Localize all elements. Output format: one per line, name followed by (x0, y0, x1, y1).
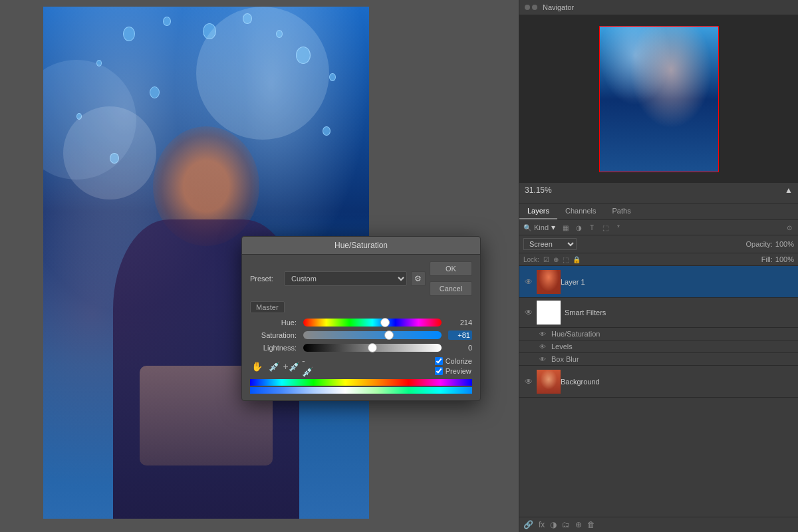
kind-dropdown-arrow: ▾ (551, 223, 555, 232)
colorize-label: Colorize (446, 357, 472, 365)
colorize-checkbox[interactable] (435, 357, 443, 365)
eyedropper-tools: ✋ 💉 +💉 -💉 (250, 360, 315, 373)
link-icon[interactable]: 🔗 (523, 520, 533, 529)
navigator-close-controls (525, 5, 537, 10)
fill-label: Fill: (761, 255, 773, 263)
sublayer-hue-saturation[interactable]: 👁 Hue/Saturation (519, 328, 798, 340)
preset-gear-button[interactable]: ⚙ (411, 271, 426, 286)
master-channel-button[interactable]: Master (250, 301, 285, 313)
layer-row-layer1[interactable]: 👁 Layer 1 (519, 266, 798, 298)
lightness-slider-row: Lightness: 0 (250, 344, 472, 352)
dialog-buttons: OK Cancel (430, 261, 472, 296)
lock-position-icon[interactable]: ⊕ (553, 256, 559, 263)
lock-all-icon[interactable]: 🔒 (573, 256, 581, 263)
filter-adj-icon[interactable]: ◑ (574, 223, 583, 232)
layers-controls: Screen Normal Multiply Overlay Opacity: … (519, 235, 798, 253)
opacity-value[interactable]: 100% (775, 240, 794, 248)
background-visibility-toggle[interactable]: 👁 (523, 377, 534, 386)
smart-filters-visibility[interactable]: 👁 (523, 308, 534, 317)
tab-channels[interactable]: Channels (557, 203, 604, 219)
hue-sat-name: Hue/Saturation (551, 330, 600, 338)
tab-paths[interactable]: Paths (604, 203, 639, 219)
box-blur-visibility[interactable]: 👁 (539, 356, 549, 363)
layers-search-row: 🔍 Kind ▾ ▦ ◑ T ⬚ * ⊙ (519, 220, 798, 235)
minimize-dot[interactable] (532, 5, 537, 10)
delete-layer-icon[interactable]: 🗑 (587, 520, 595, 529)
hue-track (303, 319, 442, 327)
lightness-slider-track[interactable] (303, 344, 442, 352)
eyedropper-minus-icon[interactable]: -💉 (302, 360, 315, 373)
filter-text-icon[interactable]: T (587, 223, 597, 232)
sat-slider-thumb[interactable] (384, 331, 394, 340)
tab-layers[interactable]: Layers (519, 203, 557, 219)
kind-label: Kind (534, 223, 549, 231)
close-dot[interactable] (525, 5, 530, 10)
sublayer-levels[interactable]: 👁 Levels (519, 340, 798, 353)
water-drop (323, 126, 331, 136)
saturation-slider-track[interactable] (303, 331, 442, 339)
lightness-label: Lightness: (250, 344, 297, 352)
blend-mode-select[interactable]: Screen Normal Multiply Overlay (523, 238, 577, 250)
layer-row-background[interactable]: 👁 Background (519, 366, 798, 398)
water-drop (123, 27, 135, 41)
saturation-slider-row: Saturation: +81 (250, 331, 472, 340)
fx-icon[interactable]: fx (539, 520, 545, 529)
layer1-thumb-inner (537, 270, 561, 294)
preset-select[interactable]: Custom Default Cyanotype Sepia (284, 271, 407, 286)
new-layer-icon[interactable]: ⊕ (575, 520, 582, 529)
navigator-title: Navigator (543, 3, 574, 11)
opacity-label: Opacity: (746, 240, 773, 248)
new-group-icon[interactable]: 🗂 (562, 520, 570, 529)
sublayer-box-blur[interactable]: 👁 Box Blur (519, 353, 798, 366)
light-slider-thumb[interactable] (368, 343, 377, 352)
smart-filters-row[interactable]: 👁 Smart Filters (519, 298, 798, 328)
ok-button[interactable]: OK (430, 261, 472, 276)
eyedropper-plus-icon[interactable]: +💉 (285, 360, 298, 373)
layers-panel: Layers Channels Paths 🔍 Kind ▾ ▦ ◑ T ⬚ *… (519, 203, 798, 398)
checkbox-group: Colorize Preview (435, 357, 472, 375)
water-drop (329, 73, 336, 81)
layer1-name: Layer 1 (561, 278, 794, 286)
dialog-title: Hue/Saturation (334, 241, 388, 250)
filter-toggle[interactable]: ⊙ (785, 223, 794, 232)
filter-shape-icon[interactable]: ⬚ (600, 223, 610, 232)
water-drop (163, 17, 171, 26)
navigator-thumbnail (599, 26, 719, 172)
preset-row: Preset: Custom Default Cyanotype Sepia ⚙… (250, 261, 472, 296)
lock-check-icon[interactable]: ☑ (543, 256, 549, 263)
hue-slider-row: Hue: 214 (250, 319, 472, 327)
lock-artboard-icon[interactable]: ⬚ (563, 256, 569, 263)
hue-slider-thumb[interactable] (380, 318, 390, 327)
color-strip-top (250, 379, 472, 386)
eyedropper-icon[interactable]: 💉 (267, 360, 281, 373)
zoom-value: 31.15% (525, 186, 552, 195)
layer1-visibility-toggle[interactable]: 👁 (523, 277, 534, 287)
dialog-bottom: ✋ 💉 +💉 -💉 Colorize Preview (250, 357, 472, 375)
lock-row: Lock: ☑ ⊕ ⬚ 🔒 Fill: 100% (519, 253, 798, 266)
smart-filters-info: Smart Filters (565, 309, 794, 317)
hue-sat-visibility[interactable]: 👁 (539, 331, 549, 338)
hue-saturation-dialog: Hue/Saturation Preset: Custom Default Cy… (241, 236, 481, 401)
dialog-body: Preset: Custom Default Cyanotype Sepia ⚙… (242, 255, 480, 400)
right-panel: Navigator 31.15% ▲ Layers Channels Paths… (519, 0, 798, 532)
adjustment-icon[interactable]: ◑ (550, 520, 557, 529)
layers-tabs: Layers Channels Paths (519, 203, 798, 220)
search-icon: 🔍 (523, 224, 531, 231)
fill-value[interactable]: 100% (775, 255, 794, 263)
hand-tool-icon[interactable]: ✋ (250, 360, 263, 373)
navigator-thumbnail-container (519, 15, 798, 183)
preview-checkbox[interactable] (435, 367, 443, 375)
nav-viewport-box (599, 26, 719, 172)
preset-label: Preset: (250, 275, 280, 283)
levels-visibility[interactable]: 👁 (539, 343, 549, 350)
smart-filters-name: Smart Filters (565, 309, 794, 317)
hue-label: Hue: (250, 319, 297, 327)
cancel-button[interactable]: Cancel (430, 281, 472, 296)
hue-slider-track[interactable] (303, 319, 442, 327)
preview-label: Preview (446, 367, 471, 375)
lock-label: Lock: (523, 256, 539, 263)
filter-smart-icon[interactable]: * (614, 223, 623, 232)
filter-px-icon[interactable]: ▦ (561, 223, 570, 232)
master-dropdown: Master (250, 301, 472, 313)
zoom-triangle: ▲ (785, 186, 793, 195)
